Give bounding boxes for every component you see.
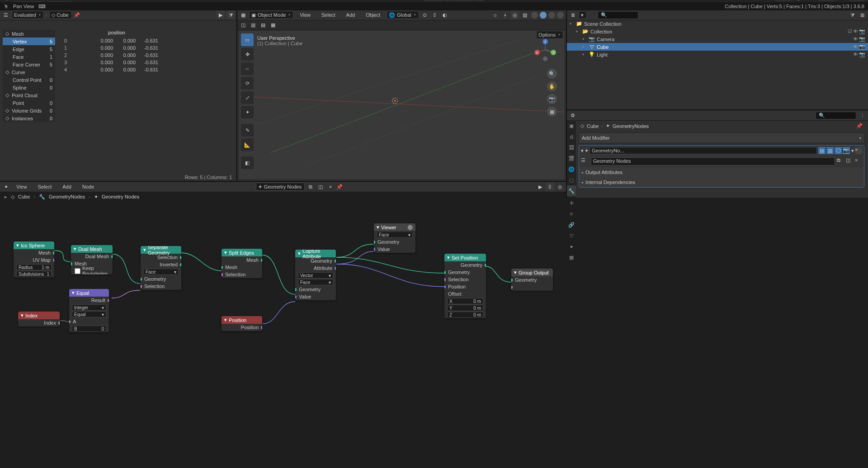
jump-start-icon[interactable]: ⏮ [424,0,434,1]
ss-group[interactable]: ◇Instances0 [3,114,55,122]
prop-edit-icon[interactable]: ◐ [441,11,449,19]
props-pin-icon[interactable]: 📌 [856,123,863,129]
ss-domain-item[interactable]: Point0 [3,99,55,107]
spreadsheet-editor-icon[interactable]: ☰ [2,11,10,19]
outliner-editor-icon[interactable]: ≣ [569,11,577,19]
tool-measure-icon[interactable]: 📐 [241,138,254,151]
timeline-view-menu[interactable]: View [74,0,94,1]
tab-material-icon[interactable]: ● [567,241,576,252]
timeline-marker-menu[interactable]: Marker [97,0,121,1]
jump-end-icon[interactable]: ⏭ [474,0,484,1]
node-sel-icon[interactable]: ▶ [536,183,544,191]
tool-move-icon[interactable]: ↔ [241,62,254,75]
node-position[interactable]: ▾Position Position [222,316,262,331]
props-options-icon[interactable]: ⋮ [858,111,866,119]
viewport-object-menu[interactable]: Object [361,11,385,19]
ng-fakeshield-icon[interactable]: ⧉ [307,183,315,191]
props-editor-icon[interactable]: ⚙ [569,111,577,119]
viewport-gizmo[interactable]: Z X Y [533,37,558,62]
geonodes-editor-icon[interactable]: ✦ [2,183,10,191]
node-equal[interactable]: ▾Equal Result Integer▾ Equal▾ A B0 [69,289,109,332]
mod-extras-icon[interactable]: ▾ [851,148,854,154]
node-node-menu[interactable]: Node [78,183,99,191]
tab-output-icon[interactable]: 🖨 [567,131,576,142]
ss-group[interactable]: ◇Curve [3,68,55,76]
node-select-menu[interactable]: Select [33,183,57,191]
mode-dropdown[interactable]: ▣Object Mode▾ [249,11,293,19]
select-box-icon[interactable]: ◫ [239,21,247,29]
spreadsheet-pin-icon[interactable]: 📌 [74,12,80,18]
node-group-output[interactable]: ▾Group Output Geometry [511,269,553,291]
shade-solid-icon[interactable] [539,11,547,19]
play-icon[interactable]: ▶ [454,0,464,1]
outliner-filter-icon[interactable]: ⧩ [848,11,856,19]
keep-boundaries-checkbox[interactable] [75,268,80,274]
xray-icon[interactable]: ▧ [521,11,529,19]
spreadsheet-mode-dropdown[interactable]: Evaluated▾ [12,11,44,19]
node-separate-geometry[interactable]: ▾Separate Geometry Selection Inverted Fa… [141,246,181,290]
tab-render-icon[interactable]: ▣ [567,120,576,131]
snap-icon[interactable]: ⧲ [431,11,439,19]
chevron-down-icon[interactable]: ▾ [581,148,584,154]
node-add-menu[interactable]: Add [58,183,76,191]
tool-annotate-icon[interactable]: ✎ [241,124,254,137]
outliner-item[interactable]: ▾📁Scene Collection [567,20,868,28]
tab-constraints-icon[interactable]: 🔗 [567,219,576,230]
viewport-editor-icon[interactable]: ▦ [239,11,247,19]
mod-realtime-icon[interactable]: 🖵 [834,147,842,155]
current-frame[interactable]: 1 [775,0,792,1]
outliner-mode[interactable]: ▾ [579,11,587,19]
next-key-icon[interactable]: ▸ [464,0,474,1]
shade-matpreview-icon[interactable] [548,11,556,19]
outliner-item[interactable]: ▾▽Cube👁📷 [567,43,868,51]
ss-domain-item[interactable]: Face Corner5 [3,61,55,68]
tab-modifiers-icon[interactable]: 🔧 [567,185,576,196]
node-ico-sphere[interactable]: ▾Ico Sphere Mesh UV Map Radius1 m Subdiv… [14,241,54,278]
viewport-3d[interactable]: ▭ ✥ ↔ ⟳ ⤢ ✦ ✎ 📐 ◧ User Perspective (1) C… [239,31,564,179]
mod-del-icon[interactable]: × [855,147,862,154]
node-index[interactable]: ▾Index Index [18,312,60,326]
nodegroup-faketoggle[interactable]: ⧉ [837,157,844,165]
playback-popover[interactable]: Playback▾ [14,0,44,1]
pan-icon[interactable]: ✋ [547,81,557,91]
node-view-menu[interactable]: View [12,183,32,191]
ss-domain-item[interactable]: Control Point0 [3,76,55,84]
spreadsheet-filter-icon[interactable]: ⧩ [226,11,235,19]
spreadsheet-object[interactable]: ◇Cube [49,11,72,19]
viewport-select-menu[interactable]: Select [317,11,340,19]
shade-rendered-icon[interactable] [557,11,564,19]
node-set-position[interactable]: ▾Set Position Geometry Geometry Selectio… [444,254,486,318]
outliner-item[interactable]: ▾📷Camera👁📷 [567,35,868,43]
mod-render-icon[interactable]: 📷 [842,147,850,155]
tool-addcube-icon[interactable]: ◧ [241,156,254,169]
tool-scale-icon[interactable]: ⤢ [241,91,254,104]
node-split-edges[interactable]: ▾Split Edges Mesh Mesh Selection [222,249,262,278]
select-invert-icon[interactable]: ▤ [259,21,267,29]
tab-physics-icon[interactable]: ⚛ [567,208,576,219]
zoom-icon[interactable]: 🔍 [547,69,557,79]
node-overlay-icon[interactable]: ◎ [556,183,564,191]
ss-group[interactable]: ◇Mesh [3,30,55,38]
node-capture-attribute[interactable]: ▾Capture Attribute Geometry Attribute Ve… [295,250,336,300]
node-snap-icon[interactable]: ⧲ [546,183,554,191]
viewport-options[interactable]: Options▾ [536,31,563,39]
timeline-editor-icon[interactable]: 🕑 [3,0,11,1]
props-search[interactable] [828,113,855,118]
tool-cursor-icon[interactable]: ✥ [241,48,254,61]
overlays-icon[interactable]: ◎ [511,11,519,19]
frame-lock-icon[interactable]: 🔒 [794,0,802,1]
ss-group[interactable]: ◇Point Cloud [3,91,55,99]
prev-key-icon[interactable]: ◂ [434,0,444,1]
select-sub-icon[interactable]: ▥ [249,21,257,29]
nodegroup-selector[interactable]: ✦Geometry Nodes [256,183,305,191]
tab-world-icon[interactable]: 🌐 [567,164,576,175]
viewport-add-menu[interactable]: Add [342,11,360,19]
ss-domain-item[interactable]: Edge5 [3,45,55,53]
persp-ortho-icon[interactable]: ▦ [547,107,557,117]
tab-scene-icon[interactable]: 🎬 [567,153,576,164]
viewport-view-menu[interactable]: View [295,11,315,19]
ss-domain-item[interactable]: Spline0 [3,84,55,91]
outliner-item[interactable]: ▾💡Light👁📷 [567,51,868,58]
tab-particles-icon[interactable]: ✢ [567,198,576,208]
ss-group[interactable]: ◇Volume Grids0 [3,107,55,114]
